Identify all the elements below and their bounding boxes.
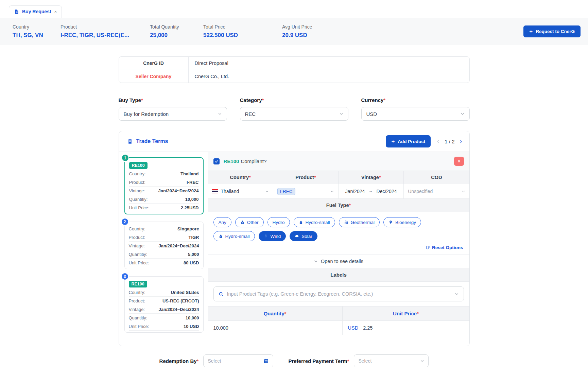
pagination-page-indicator: 1 / 2 [445, 139, 454, 144]
reset-options-row: Reset Options [208, 243, 469, 255]
redemption-by-date-picker[interactable]: Select [203, 354, 273, 367]
plus-icon: + [391, 139, 395, 144]
product-list: 1 RE100 Country:Thailand Product:I-REC V… [119, 152, 208, 346]
buy-type-label: Buy Type* [119, 97, 227, 103]
fuel-chip-hydro-small-2[interactable]: Hydro-small [213, 231, 255, 241]
wind-turbine-icon [264, 234, 268, 239]
required-marker: * [262, 97, 264, 103]
currency-value: USD [366, 111, 377, 117]
water-drop-icon [219, 234, 223, 239]
thailand-flag-icon [212, 189, 218, 193]
unit-price-input[interactable]: USD 2.25 [343, 321, 469, 335]
fuel-chip-bioenergy[interactable]: Bioenergy [383, 217, 421, 227]
tab-close-icon[interactable]: × [54, 10, 57, 14]
required-marker: * [314, 175, 316, 180]
fuel-chip-geothermal[interactable]: Geothermal [339, 217, 380, 227]
fuel-chip-other[interactable]: Other [235, 217, 264, 227]
product-tags-input[interactable]: Input Product Tags (e.g. Green-e Energy,… [213, 286, 464, 301]
product-row-vintage: Vintage:Jan/2024~Dec/2024 [129, 242, 199, 250]
re100-compliant-checkbox[interactable] [213, 158, 220, 164]
required-marker: * [417, 311, 419, 316]
product-card-2[interactable]: 2 Country:Singapore Product:TIGR Vintage… [124, 222, 204, 269]
detail-table-header: Country* Product* Vintage* COD [208, 171, 469, 184]
quantity-value: 10,000 [213, 325, 228, 331]
product-card-3[interactable]: 3 RE100 Country:United States Product:US… [124, 276, 204, 333]
fuel-chip-hydro-small[interactable]: Hydro-small [294, 217, 335, 227]
quantity-price-header: Quantity* Unit Price* [208, 306, 469, 321]
cod-placeholder: Unspecified [408, 189, 433, 194]
plus-icon: + [529, 29, 533, 34]
product-number-badge: 2 [122, 219, 128, 225]
vintage-range-input[interactable]: Jan/2024 ~ Dec/2024 [339, 184, 404, 198]
calendar-icon [263, 358, 269, 364]
fuel-chip-wind[interactable]: Wind [259, 231, 286, 241]
summary-total-quantity-value: 25,000 [150, 32, 203, 39]
remove-product-button[interactable] [454, 157, 464, 166]
seller-company-label: Seller Company [119, 70, 189, 83]
preferred-payment-term-select[interactable]: Select [354, 354, 429, 367]
tab-buy-request[interactable]: Buy Request × [9, 5, 62, 18]
country-select[interactable]: Thailand [208, 184, 273, 198]
fuel-type-header: Fuel Type* [208, 199, 469, 212]
pagination-next-icon[interactable] [459, 139, 463, 144]
product-row-unit-price: Unit Price:2.25USD [129, 204, 199, 212]
product-row-quantity: Quantitiy:10,000 [129, 195, 199, 204]
product-card-1[interactable]: 1 RE100 Country:Thailand Product:I-REC V… [124, 157, 204, 214]
unit-price-column-header: Unit Price* [343, 307, 469, 320]
summary-country-value: TH, SG, VN [13, 32, 60, 39]
cnerg-id-value: Direct Proposal [189, 57, 469, 70]
product-row-vintage: Vintage:Jan/2024~Dec/2024 [129, 305, 199, 314]
geothermal-plant-icon [344, 220, 348, 225]
product-tags-placeholder: Input Product Tags (e.g. Green-e Energy,… [227, 291, 451, 297]
product-row-quantity: Quantitiy:10,000 [129, 314, 199, 322]
product-detail-panel: RE100 Compliant? Country* Product* Vinta… [208, 152, 469, 346]
summary-product-value: I-REC, TIGR, US-REC(E... [60, 32, 150, 39]
category-value: REC [245, 111, 256, 117]
buy-type-select[interactable]: Buy for Redemption [119, 107, 227, 121]
unit-price-value: 2.25 [363, 325, 373, 331]
category-label: Category* [240, 97, 348, 103]
product-row-vintage: Vintage:Jan/2024~Dec/2024 [129, 187, 199, 195]
summary-bar: Country TH, SG, VN Product I-REC, TIGR, … [0, 18, 588, 45]
category-select[interactable]: REC [240, 107, 348, 121]
required-marker: * [197, 358, 199, 364]
fuel-chip-any[interactable]: Any [213, 217, 231, 227]
product-row-country: Country:Singapore [129, 225, 199, 233]
vintage-from-value: Jan/2024 [345, 189, 365, 194]
request-to-cnerg-button[interactable]: + Request to CnerG [523, 25, 581, 37]
form-selects-row: Buy Type* Buy for Redemption Category* R… [119, 97, 470, 121]
summary-total-price-value: 522.500 USD [203, 32, 282, 39]
category-field: Category* REC [240, 97, 348, 121]
cod-select[interactable]: Unspecified [404, 184, 469, 198]
pagination-prev-icon[interactable] [436, 139, 440, 144]
summary-total-price: Total Price 522.500 USD [203, 24, 282, 39]
proposal-info-table: CnerG ID Direct Proposal Seller Company … [119, 56, 470, 83]
trade-terms-controls: + Add Product 1 / 2 [386, 135, 463, 147]
add-product-button[interactable]: + Add Product [386, 135, 431, 147]
product-row-country: Country:Thailand [129, 170, 199, 178]
buy-type-field: Buy Type* Buy for Redemption [119, 97, 227, 121]
detail-table-row: Thailand I-REC Jan/2024 ~ Dec/2024 [208, 184, 469, 199]
redemption-by-placeholder: Select [208, 358, 221, 364]
product-value-chip: I-REC [277, 188, 295, 195]
country-column-header: Country* [208, 171, 273, 184]
open-details-toggle[interactable]: Open to see details [208, 255, 469, 268]
cod-column-header: COD [404, 171, 469, 184]
fuel-chip-solar[interactable]: Solar [290, 231, 317, 241]
table-row: CnerG ID Direct Proposal [119, 57, 469, 70]
quantity-input[interactable]: 10,000 [208, 321, 343, 335]
required-marker: * [349, 203, 351, 208]
table-row: Seller Company CnerG Co., Ltd. [119, 70, 469, 83]
currency-select[interactable]: USD [361, 107, 470, 121]
quantity-column-header: Quantity* [208, 307, 343, 320]
water-drop-icon [240, 220, 245, 225]
reset-options-link[interactable]: Reset Options [426, 245, 463, 250]
seller-company-value: CnerG Co., Ltd. [189, 70, 469, 83]
redemption-by-label: Redemption By* [159, 358, 199, 364]
product-select[interactable]: I-REC [273, 184, 339, 198]
unit-price-currency: USD [348, 325, 359, 331]
chevron-down-icon [461, 112, 465, 116]
fuel-chip-hydro[interactable]: Hydro [267, 217, 290, 227]
labels-search-row: Input Product Tags (e.g. Green-e Energy,… [208, 282, 469, 306]
open-details-label: Open to see details [321, 259, 363, 264]
